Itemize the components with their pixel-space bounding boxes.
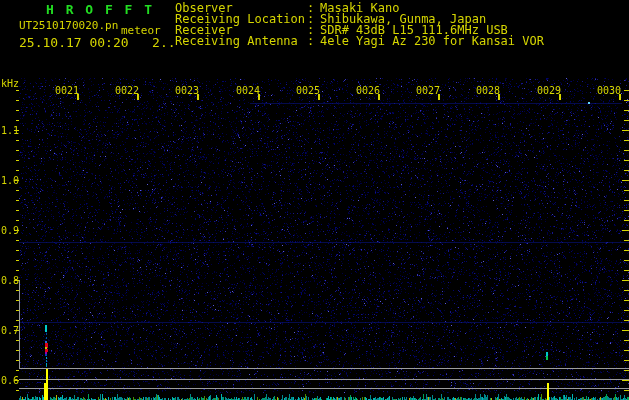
time-tick-label: 0025 [296,85,320,96]
time-tick-label: 0024 [236,85,260,96]
freq-tick-label: 0.8 [1,275,17,286]
time-tick-label: 0023 [175,85,199,96]
info-colon: : [307,36,314,47]
freq-axis-unit: kHz [1,78,19,89]
time-tick-label: 0021 [55,85,79,96]
freq-tick-label: 0.6 [1,375,17,386]
time-tick-label: 0022 [115,85,139,96]
time-tick-label: 0027 [416,85,440,96]
info-row-observer: Observer : Masaki Kano [0,3,629,14]
spectrogram-canvas [0,0,629,400]
time-tick-label: 0030 [597,85,621,96]
freq-tick-label: 0.7 [1,325,17,336]
time-tick-label: 0026 [356,85,380,96]
freq-tick-label: 0.9 [1,225,17,236]
freq-tick-label: 1.1 [1,125,17,136]
freq-tick-label: 1.0 [1,175,17,186]
info-row-location: Receiving Location : Shibukawa, Gunma, J… [0,14,629,25]
info-value: 4ele Yagi Az 230 for Kansai VOR [320,36,544,47]
time-tick-label: 0028 [476,85,500,96]
info-label: Receiving Antenna [175,36,298,47]
info-row-antenna: Receiving Antenna : 4ele Yagi Az 230 for… [0,36,629,47]
time-tick-label: 0029 [537,85,561,96]
hrofft-screen: H R O F F T UT2510170020.pn meteor 25.10… [0,0,629,400]
